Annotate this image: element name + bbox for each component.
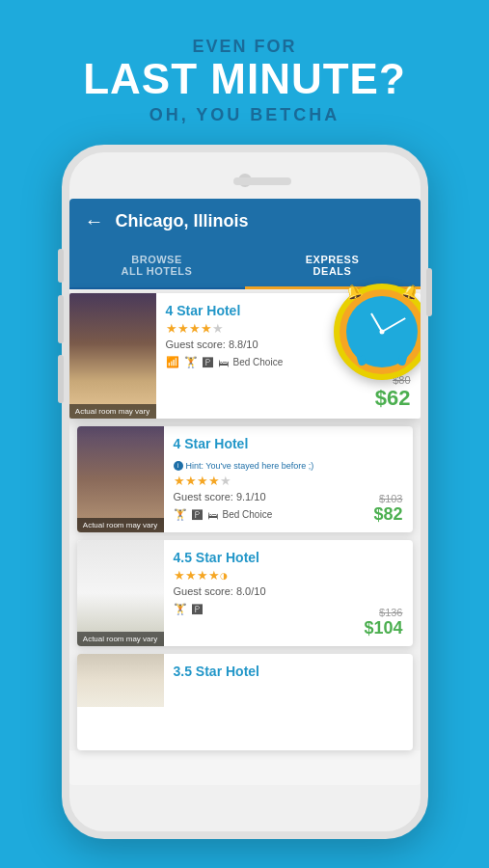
bed-choice-1: Bed Choice (233, 357, 284, 367)
star-2-4: ★ (208, 474, 220, 488)
clock-center (379, 330, 384, 335)
gym-icon-2: 🏋 (174, 508, 187, 521)
star-4: ★ (201, 321, 212, 336)
bed-choice-2: Bed Choice (223, 509, 273, 520)
hotel-info-1: 4 Star Hotel ★ ★ ★ ★ ★ Guest score: 8.8/… (156, 293, 348, 419)
hotel-card-2[interactable]: Actual room may vary 4 Star Hotel i Hint… (77, 426, 413, 532)
hotel-card-3[interactable]: Actual room may vary 4.5 Star Hotel ★ ★ … (77, 540, 413, 646)
amenities-2: 🏋 🅿 🛏 Bed Choice (174, 508, 331, 521)
phone-volume-down-button (58, 355, 64, 403)
phone-screen: ← Chicago, Illinois BROWSE ALL HOTELS EX… (69, 199, 421, 785)
tab-browse-hotels[interactable]: BROWSE ALL HOTELS (69, 244, 245, 287)
city-title: Chicago, Illinois (116, 211, 249, 231)
hint-icon: i (174, 461, 183, 471)
app-header: ← Chicago, Illinois (69, 199, 421, 244)
star-3-4: ★ (208, 568, 220, 583)
star-3-1: ★ (174, 568, 185, 583)
hotel-name-1: 4 Star Hotel (166, 303, 339, 318)
star-3: ★ (189, 321, 201, 336)
current-price-2: $82 (373, 504, 402, 525)
tab-browse-line1: BROWSE (73, 254, 241, 265)
hotel-image-3: Actual room may vary (77, 540, 164, 646)
header-line3: OH, YOU BETCHA (0, 105, 489, 125)
hotel-card-wrapper-1: Actual room may vary 4 Star Hotel ★ ★ ★ … (69, 293, 421, 419)
phone-volume-up-button (58, 295, 64, 343)
guest-score-1: Guest score: 8.8/10 (166, 339, 339, 350)
phone-mockup: ← Chicago, Illinois BROWSE ALL HOTELS EX… (62, 145, 428, 839)
hotel-image-1: Actual room may vary (69, 293, 156, 419)
tab-browse-line2: ALL HOTELS (73, 265, 241, 277)
wifi-icon: 📶 (166, 356, 179, 368)
bed-icon: 🛏 (218, 357, 229, 368)
price-section-2: $103 $82 (340, 426, 413, 532)
room-label-3: Actual room may vary (77, 632, 164, 646)
current-price-3: $104 (364, 618, 402, 638)
star-2-2: ★ (185, 474, 197, 488)
phone-power-button (426, 268, 432, 316)
phone-speaker (233, 177, 291, 185)
hotel-name-4: 3.5 Star Hotel (174, 664, 403, 679)
original-price-3: $136 (379, 607, 402, 618)
star-5: ★ (212, 321, 224, 336)
header-section: EVEN FOR LAST MINUTE? OH, YOU BETCHA (0, 0, 489, 145)
room-label-1: Actual room may vary (69, 404, 156, 419)
back-arrow-icon[interactable]: ← (85, 210, 104, 232)
star-2-5: ★ (220, 474, 231, 488)
guest-score-3: Guest score: 8.0/10 (174, 585, 331, 597)
tab-express-line1: EXPRESS (249, 254, 417, 265)
star-1: ★ (166, 321, 177, 336)
clock-bell-left: 🔔 (342, 282, 363, 302)
hotel-image-2: Actual room may vary (77, 426, 164, 532)
star-2: ★ (177, 321, 189, 336)
hotel-stars-1: ★ ★ ★ ★ ★ (166, 321, 339, 336)
header-line1: EVEN FOR (0, 37, 489, 57)
guest-score-2: Guest score: 9.1/10 (174, 491, 331, 502)
hotel-info-3: 4.5 Star Hotel ★ ★ ★ ★ ◑ Guest score: 8.… (164, 540, 340, 646)
clock-outer: 🔔 🔔 (334, 284, 421, 380)
clock-bell-right: 🔔 (399, 282, 420, 302)
hotel-name-3: 4.5 Star Hotel (174, 550, 331, 565)
clock-inner (346, 296, 418, 367)
original-price-2: $103 (379, 493, 402, 504)
amenities-1: 📶 🏋 🅿 🛏 Bed Choice (166, 356, 339, 368)
gym-icon-3: 🏋 (174, 603, 187, 615)
parking-icon-2: 🅿 (192, 509, 203, 521)
parking-icon: 🅿 (203, 357, 213, 368)
tab-bar: BROWSE ALL HOTELS EXPRESS DEALS (69, 244, 421, 289)
hotel-info-4: 3.5 Star Hotel (164, 654, 413, 750)
hotel-info-2: 4 Star Hotel i Hint: You've stayed here … (164, 426, 340, 532)
clock-leg-left (356, 355, 366, 366)
price-section-3: $136 $104 (340, 540, 413, 646)
tab-express-deals[interactable]: EXPRESS DEALS (245, 244, 421, 289)
header-line2: LAST MINUTE? (0, 57, 489, 101)
amenities-3: 🏋 🅿 (174, 603, 331, 615)
star-3-3: ★ (197, 568, 208, 583)
phone-mute-button (58, 249, 64, 283)
room-label-2: Actual room may vary (77, 518, 164, 532)
hotel-stars-3: ★ ★ ★ ★ ◑ (174, 568, 331, 583)
hotel-card-4[interactable]: 3.5 Star Hotel (77, 654, 413, 750)
clock-leg-right (396, 355, 406, 366)
star-3-2: ★ (185, 568, 197, 583)
star-3-half: ◑ (220, 571, 228, 581)
tab-express-line2: DEALS (249, 265, 417, 277)
hotel-image-4 (77, 654, 164, 750)
hotel-name-2: 4 Star Hotel (174, 436, 331, 451)
star-2-1: ★ (174, 474, 185, 488)
gym-icon: 🏋 (184, 356, 198, 368)
bed-icon-2: 🛏 (207, 509, 218, 521)
current-price-1: $62 (375, 386, 411, 411)
hint-text-2: Hint: You've stayed here before ;) (186, 461, 314, 471)
parking-icon-3: 🅿 (192, 604, 203, 615)
clock-badge: 🔔 🔔 (334, 284, 421, 380)
star-2-3: ★ (197, 474, 208, 488)
hotel-stars-2: ★ ★ ★ ★ ★ (174, 474, 331, 488)
hotel-list: Actual room may vary 4 Star Hotel ★ ★ ★ … (69, 293, 421, 750)
hint-badge-2: i Hint: You've stayed here before ;) (174, 461, 314, 471)
clock-minute-hand (381, 317, 405, 333)
